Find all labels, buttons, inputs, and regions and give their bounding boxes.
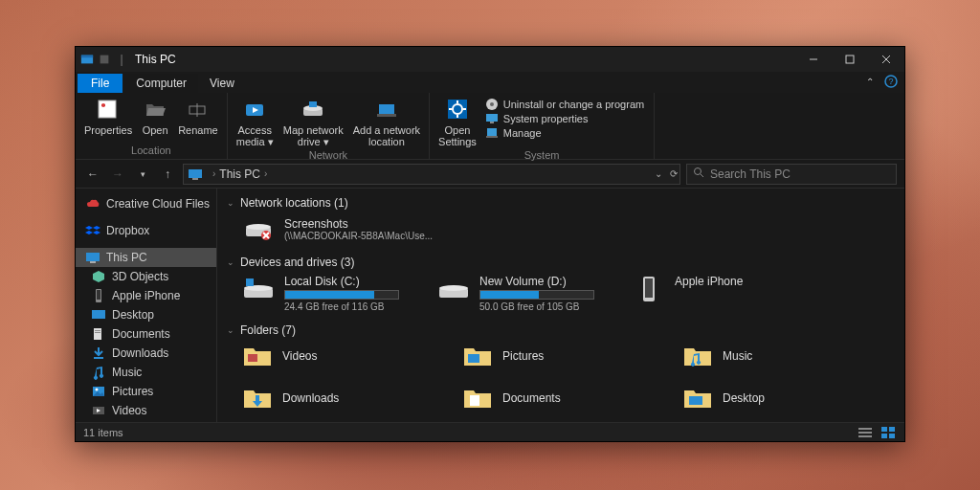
map-drive-button[interactable]: Map network drive ▾ bbox=[278, 96, 348, 147]
svg-rect-47 bbox=[95, 330, 100, 331]
network-location-item[interactable]: Screenshots (\\MACBOOKAIR-5B8A\Mac\Use..… bbox=[242, 215, 895, 244]
dropbox-icon bbox=[85, 223, 100, 238]
item-count: 11 items bbox=[83, 427, 123, 438]
phone-icon bbox=[633, 275, 665, 303]
group-devices-drives[interactable]: ⌄ Devices and drives (3) bbox=[227, 256, 895, 269]
monitor-icon bbox=[485, 112, 499, 125]
open-settings-button[interactable]: Open Settings bbox=[434, 96, 481, 147]
svg-point-27 bbox=[490, 102, 494, 106]
uninstall-program-button[interactable]: Uninstall or change a program bbox=[485, 98, 644, 111]
quick-access-pin-icon[interactable] bbox=[97, 52, 112, 67]
maximize-button[interactable] bbox=[832, 47, 868, 72]
folder-videos[interactable]: Videos bbox=[242, 343, 395, 369]
group-network-locations[interactable]: ⌄ Network locations (1) bbox=[227, 196, 895, 210]
svg-text:?: ? bbox=[888, 77, 893, 86]
properties-button[interactable]: Properties bbox=[79, 96, 137, 143]
netloc-path: (\\MACBOOKAIR-5B8A\Mac\Use... bbox=[284, 231, 433, 242]
back-button[interactable]: ← bbox=[83, 165, 102, 184]
collapse-ribbon-button[interactable]: ⌃ bbox=[862, 74, 878, 89]
folder-pictures[interactable]: Pictures bbox=[462, 343, 615, 369]
svg-marker-39 bbox=[93, 231, 100, 234]
netloc-name: Screenshots bbox=[284, 217, 433, 231]
music-icon bbox=[91, 365, 106, 380]
pictures-icon bbox=[91, 384, 106, 399]
sidebar-item-downloads[interactable]: Downloads bbox=[76, 344, 216, 363]
system-properties-button[interactable]: System properties bbox=[485, 112, 644, 125]
network-drive-icon bbox=[242, 215, 275, 244]
sidebar-item-music[interactable]: Music bbox=[76, 363, 216, 382]
explorer-window: | This PC File Computer View ⌃ ? Propert… bbox=[75, 46, 905, 442]
open-button[interactable]: Open bbox=[137, 96, 173, 143]
sysprops-label: System properties bbox=[503, 113, 589, 124]
svg-marker-38 bbox=[85, 231, 93, 234]
folder-desktop[interactable]: Desktop bbox=[682, 385, 835, 412]
folder-documents[interactable]: Documents bbox=[462, 385, 615, 412]
sidebar-item-videos[interactable]: Videos bbox=[76, 401, 216, 420]
group-location-label: Location bbox=[131, 143, 171, 159]
sidebar-item-dropbox[interactable]: Dropbox bbox=[76, 221, 216, 240]
app-icon bbox=[79, 52, 95, 67]
sidebar-item-thispc[interactable]: This PC bbox=[76, 248, 216, 267]
manage-label: Manage bbox=[503, 127, 542, 139]
svg-point-51 bbox=[96, 389, 99, 391]
svg-rect-31 bbox=[486, 136, 498, 138]
svg-marker-42 bbox=[93, 271, 104, 282]
sidebar-item-desktop[interactable]: Desktop bbox=[76, 305, 216, 324]
folder-icon bbox=[462, 343, 493, 369]
minimize-button[interactable] bbox=[795, 47, 832, 72]
sidebar-item-localc[interactable]: Local Disk (C:) bbox=[76, 420, 216, 422]
forward-button[interactable]: → bbox=[108, 165, 127, 184]
refresh-button[interactable]: ⟳ bbox=[670, 168, 678, 179]
device-apple-iphone[interactable]: Apple iPhone bbox=[633, 275, 743, 312]
svg-rect-78 bbox=[858, 428, 872, 430]
tab-view[interactable]: View bbox=[198, 74, 246, 93]
recent-dropdown[interactable]: ▾ bbox=[133, 165, 152, 184]
folder-label: Desktop bbox=[723, 391, 765, 405]
titlebar[interactable]: | This PC bbox=[76, 47, 904, 72]
up-button[interactable]: ↑ bbox=[158, 165, 177, 184]
help-button[interactable]: ? bbox=[883, 74, 899, 89]
search-box[interactable]: Search This PC bbox=[686, 164, 897, 185]
sidebar-item-apple-iphone[interactable]: Apple iPhone bbox=[76, 286, 216, 305]
svg-rect-79 bbox=[858, 432, 872, 434]
folder-icon bbox=[242, 343, 273, 369]
svg-rect-19 bbox=[377, 114, 396, 117]
folder-downloads[interactable]: Downloads bbox=[242, 385, 395, 412]
tab-file[interactable]: File bbox=[78, 74, 122, 93]
drive-local-c[interactable]: Local Disk (C:) 24.4 GB free of 116 GB bbox=[242, 275, 399, 312]
group-folders[interactable]: ⌄ Folders (7) bbox=[227, 323, 895, 337]
close-button[interactable] bbox=[868, 47, 904, 72]
rename-button[interactable]: Rename bbox=[173, 96, 223, 143]
cube-icon bbox=[91, 269, 106, 284]
sidebar-item-creative-cloud[interactable]: Creative Cloud Files bbox=[76, 194, 216, 213]
open-settings-label: Open Settings bbox=[438, 124, 477, 147]
details-view-button[interactable] bbox=[857, 426, 874, 439]
breadcrumb[interactable]: This PC bbox=[219, 167, 260, 181]
address-bar[interactable]: › This PC › ⌄ ⟳ bbox=[183, 164, 680, 185]
sidebar-item-label: Videos bbox=[112, 404, 146, 417]
svg-rect-46 bbox=[94, 328, 101, 340]
thispc-icon bbox=[188, 167, 203, 182]
access-media-label: Access media ▾ bbox=[236, 124, 274, 147]
manage-button[interactable]: Manage bbox=[485, 126, 644, 140]
svg-point-70 bbox=[439, 285, 468, 291]
sidebar-item-documents[interactable]: Documents bbox=[76, 324, 216, 344]
tiles-view-button[interactable] bbox=[880, 426, 897, 439]
address-history-dropdown[interactable]: ⌄ bbox=[655, 168, 662, 179]
svg-rect-32 bbox=[189, 169, 202, 178]
tab-computer[interactable]: Computer bbox=[124, 74, 198, 93]
folder-music[interactable]: Music bbox=[682, 343, 835, 369]
sidebar-item-3dobjects[interactable]: 3D Objects bbox=[76, 267, 216, 286]
svg-point-34 bbox=[695, 168, 702, 175]
thispc-icon bbox=[85, 250, 100, 265]
add-network-location-button[interactable]: Add a network location bbox=[348, 96, 425, 147]
svg-rect-2 bbox=[100, 56, 109, 64]
sidebar-item-pictures[interactable]: Pictures bbox=[76, 382, 216, 401]
drive-icon bbox=[437, 275, 470, 303]
chevron-down-icon: ⌄ bbox=[227, 257, 234, 267]
navbar: ← → ▾ ↑ › This PC › ⌄ ⟳ Search This PC bbox=[76, 160, 904, 189]
drive-free: 50.0 GB free of 105 GB bbox=[479, 301, 594, 312]
drive-new-volume-d[interactable]: New Volume (D:) 50.0 GB free of 105 GB bbox=[437, 275, 594, 312]
access-media-button[interactable]: Access media ▾ bbox=[232, 96, 278, 147]
svg-rect-9 bbox=[99, 100, 116, 118]
